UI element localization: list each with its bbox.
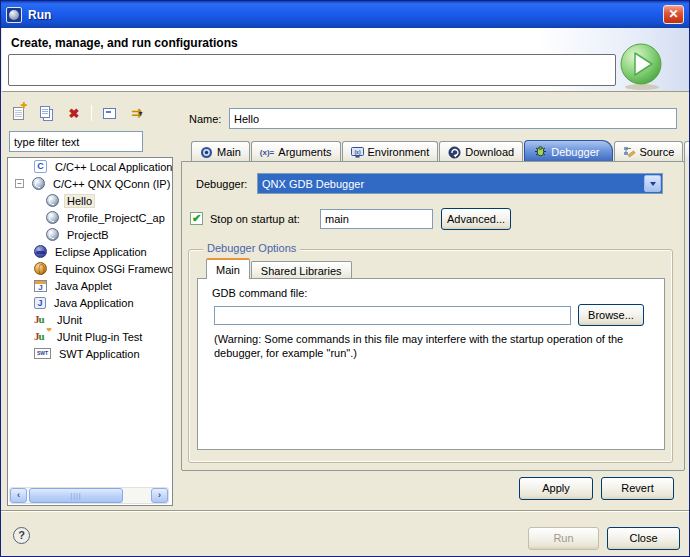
tree-horizontal-scrollbar[interactable]: ‹ › xyxy=(9,487,169,504)
swt-application-icon xyxy=(34,348,51,359)
window-title: Run xyxy=(28,8,663,22)
scroll-left-icon[interactable]: ‹ xyxy=(10,488,27,503)
debugger-combo[interactable]: QNX GDB Debugger xyxy=(257,173,663,194)
tree-item-java-applet[interactable]: Java Applet xyxy=(8,277,172,294)
tab-download[interactable]: Download xyxy=(439,141,523,162)
qnx-target-icon xyxy=(32,177,45,190)
environment-tab-icon: (x) xyxy=(351,146,364,159)
collapse-all-icon[interactable] xyxy=(98,102,120,124)
tree-item-cpp-local[interactable]: C/C++ Local Application xyxy=(8,158,172,175)
tree-item-java-application[interactable]: Java Application xyxy=(8,294,172,311)
tree-item-projectb[interactable]: ProjectB xyxy=(8,226,172,243)
tree-item-profile-projectc[interactable]: Profile_ProjectC_ap xyxy=(8,209,172,226)
run-button: Run xyxy=(528,527,599,550)
configurations-tree[interactable]: C/C++ Local Application − C/C++ QNX QCon… xyxy=(7,157,173,506)
java-applet-icon xyxy=(34,280,47,292)
qnx-target-icon xyxy=(46,228,59,241)
qnx-target-icon xyxy=(46,194,59,207)
tree-item-swt-application[interactable]: SWT Application xyxy=(8,345,172,362)
tree-item-qnx-qconn[interactable]: − C/C++ QNX QConn (IP) xyxy=(8,175,172,192)
advanced-button[interactable]: Advanced... xyxy=(441,208,511,230)
help-icon[interactable]: ? xyxy=(13,527,30,544)
tree-item-eclipse-application[interactable]: Eclipse Application xyxy=(8,243,172,260)
debugger-options-tabs: Main Shared Libraries xyxy=(206,258,353,279)
tabs-overflow-chevron[interactable]: » 2 xyxy=(684,141,690,162)
tree-item-junit-plugin-test[interactable]: JUnit Plug-in Test xyxy=(8,328,172,345)
scrollbar-thumb[interactable] xyxy=(29,488,123,503)
tree-item-junit[interactable]: JUnit xyxy=(8,311,172,328)
revert-button[interactable]: Revert xyxy=(601,477,674,500)
browse-button[interactable]: Browse... xyxy=(578,304,644,326)
download-tab-icon xyxy=(448,146,461,159)
run-orb-icon xyxy=(618,41,666,91)
tree-item-equinox-osgi[interactable]: Equinox OSGi Framewor xyxy=(8,260,172,277)
filter-input[interactable] xyxy=(9,131,143,152)
configuration-tabs: Main (x)= Arguments (x) Environment Down… xyxy=(191,140,690,162)
titlebar[interactable]: Run ✕ xyxy=(1,1,689,28)
java-application-icon xyxy=(34,297,46,309)
gdb-command-file-label: GDB command file: xyxy=(212,287,307,299)
arguments-tab-icon: (x)= xyxy=(260,148,274,157)
tree-item-hello[interactable]: Hello xyxy=(8,192,172,209)
window-icon xyxy=(6,7,22,23)
debugger-label: Debugger: xyxy=(196,178,247,190)
name-input[interactable] xyxy=(229,108,677,129)
qnx-target-icon xyxy=(46,211,59,224)
run-dialog: Run ✕ Create, manage, and run configurat… xyxy=(0,0,690,557)
stop-on-startup-checkbox[interactable]: ✔ xyxy=(190,212,203,225)
tab-source[interactable]: Source xyxy=(614,141,684,162)
apply-button[interactable]: Apply xyxy=(519,477,593,500)
gdb-command-file-input[interactable] xyxy=(214,306,571,325)
filter-configurations-icon[interactable]: ⇉▾ xyxy=(126,102,148,124)
dropdown-caret-icon: ▾ xyxy=(139,109,143,118)
junit-plugin-icon xyxy=(34,330,49,343)
eclipse-sphere-icon xyxy=(34,245,47,258)
combo-dropdown-icon[interactable] xyxy=(644,175,661,192)
options-tab-shared-libraries[interactable]: Shared Libraries xyxy=(251,261,352,279)
tab-environment[interactable]: (x) Environment xyxy=(342,141,439,162)
gdb-warning-text: (Warning: Some commands in this file may… xyxy=(214,332,656,360)
footer-separator xyxy=(1,510,689,512)
banner: Create, manage, and run configurations xyxy=(2,28,690,92)
toolbar-separator xyxy=(91,105,92,121)
c-application-icon xyxy=(34,160,47,173)
osgi-globe-icon xyxy=(34,262,47,275)
close-button[interactable]: Close xyxy=(607,527,680,550)
svg-text:(x): (x) xyxy=(354,149,360,155)
tab-debugger[interactable]: Debugger xyxy=(524,140,612,162)
tab-arguments[interactable]: (x)= Arguments xyxy=(251,141,341,162)
stop-symbol-input[interactable] xyxy=(320,209,433,229)
debugger-combo-value: QNX GDB Debugger xyxy=(258,178,643,190)
scroll-right-icon[interactable]: › xyxy=(151,488,168,503)
new-configuration-icon[interactable] xyxy=(7,102,29,124)
tab-main[interactable]: Main xyxy=(191,141,250,162)
collapse-expander-icon[interactable]: − xyxy=(15,179,24,188)
junit-icon xyxy=(34,313,49,326)
delete-configuration-icon[interactable]: ✖ xyxy=(63,102,85,124)
name-label: Name: xyxy=(189,113,221,125)
banner-message-box xyxy=(8,54,616,86)
configurations-toolbar: ✖ ⇉▾ xyxy=(7,100,148,126)
stop-on-startup-label: Stop on startup at: xyxy=(210,213,300,225)
options-tab-main[interactable]: Main xyxy=(206,258,250,279)
source-tab-icon xyxy=(623,146,636,159)
banner-heading: Create, manage, and run configurations xyxy=(11,36,238,50)
debugger-options-title: Debugger Options xyxy=(203,242,300,254)
debugger-tab-icon xyxy=(534,145,547,158)
main-tab-icon xyxy=(200,146,213,159)
close-window-button[interactable]: ✕ xyxy=(663,5,684,24)
duplicate-configuration-icon[interactable] xyxy=(35,102,57,124)
